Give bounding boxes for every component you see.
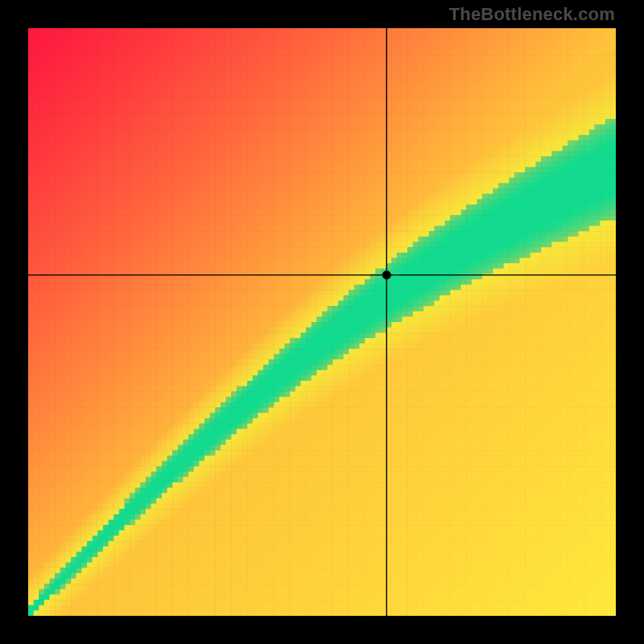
svg-rect-9658	[498, 493, 504, 498]
svg-rect-7256	[594, 375, 600, 381]
svg-rect-11103	[579, 563, 584, 568]
svg-rect-5212	[253, 279, 258, 285]
svg-rect-5772	[306, 306, 312, 312]
svg-rect-5892	[359, 312, 365, 317]
svg-rect-9372	[146, 482, 151, 488]
svg-rect-11142	[199, 568, 204, 573]
svg-rect-7292	[199, 381, 204, 386]
svg-rect-10599	[237, 541, 242, 547]
svg-rect-5018	[391, 269, 397, 275]
svg-rect-431	[568, 44, 573, 50]
svg-rect-8600	[135, 445, 141, 451]
svg-rect-4018	[338, 221, 344, 226]
heatmap-svg	[28, 28, 616, 616]
svg-rect-712	[306, 60, 312, 66]
svg-rect-10150	[188, 520, 194, 526]
svg-rect-1135	[215, 81, 221, 87]
svg-rect-4818	[498, 258, 504, 263]
svg-rect-2638	[605, 151, 611, 157]
svg-rect-7053	[97, 370, 103, 376]
svg-rect-8695	[55, 450, 60, 456]
svg-rect-7534	[316, 391, 322, 397]
svg-rect-6804	[530, 354, 536, 360]
svg-rect-5524	[156, 295, 162, 301]
svg-rect-310	[509, 39, 514, 44]
svg-rect-9287	[279, 477, 285, 482]
svg-rect-7202	[306, 375, 312, 381]
svg-rect-496	[328, 50, 333, 56]
svg-rect-8231	[514, 423, 520, 429]
svg-rect-8204	[370, 423, 376, 429]
svg-rect-8637	[332, 445, 338, 451]
svg-rect-11603	[312, 589, 317, 595]
svg-rect-10121	[34, 520, 39, 526]
svg-rect-3742	[39, 210, 44, 216]
svg-rect-2488	[391, 146, 397, 151]
svg-rect-3867	[119, 215, 125, 221]
svg-rect-10544	[530, 535, 536, 541]
svg-rect-156	[274, 34, 279, 39]
svg-rect-5285	[55, 285, 60, 291]
svg-rect-9330	[509, 477, 514, 482]
svg-rect-526	[488, 50, 493, 56]
svg-rect-5857	[172, 312, 178, 317]
svg-rect-11513	[418, 584, 423, 589]
svg-rect-9151	[140, 472, 146, 477]
svg-rect-11295	[429, 573, 435, 579]
svg-rect-7901	[514, 407, 520, 413]
svg-rect-10100	[509, 514, 514, 520]
svg-rect-7627	[226, 397, 232, 402]
svg-rect-8693	[44, 450, 50, 456]
svg-rect-10983	[525, 557, 530, 563]
svg-rect-1579	[237, 103, 242, 109]
svg-rect-6431	[300, 338, 306, 344]
svg-rect-4865	[162, 263, 167, 269]
svg-rect-7195	[269, 375, 275, 381]
svg-rect-3208	[124, 183, 130, 188]
svg-rect-8818	[124, 456, 130, 461]
svg-rect-2382	[413, 140, 419, 146]
svg-rect-2256	[328, 135, 333, 141]
svg-rect-6467	[493, 338, 498, 344]
svg-rect-5036	[488, 269, 493, 275]
svg-rect-7963	[258, 413, 263, 419]
svg-rect-9214	[477, 472, 482, 477]
svg-rect-413	[472, 44, 477, 50]
svg-rect-8434	[423, 434, 429, 440]
svg-rect-396	[381, 44, 386, 50]
svg-rect-11373	[258, 579, 263, 584]
svg-rect-9552	[520, 488, 526, 493]
svg-rect-8488	[124, 440, 130, 445]
svg-rect-499	[344, 50, 349, 56]
svg-rect-9960	[349, 509, 354, 514]
svg-rect-7276	[114, 381, 119, 386]
svg-rect-8718	[178, 450, 184, 456]
svg-rect-9636	[381, 493, 386, 498]
svg-rect-7370	[28, 386, 34, 392]
svg-rect-11215	[589, 568, 595, 573]
svg-rect-1917	[279, 119, 285, 125]
svg-rect-11844	[423, 600, 429, 605]
svg-rect-519	[450, 50, 456, 56]
svg-rect-842	[413, 65, 419, 71]
svg-rect-6794	[477, 354, 482, 360]
svg-rect-1765	[55, 114, 60, 119]
svg-rect-10064	[316, 514, 322, 520]
svg-rect-9929	[183, 509, 188, 514]
svg-rect-10735	[375, 547, 381, 552]
svg-rect-2273	[418, 135, 423, 141]
svg-rect-10907	[119, 557, 125, 563]
svg-rect-2522	[573, 146, 579, 151]
svg-rect-4918	[445, 263, 451, 269]
svg-rect-5323	[258, 285, 263, 291]
svg-rect-6374	[584, 332, 589, 338]
svg-rect-11097	[547, 563, 552, 568]
svg-rect-1475	[269, 97, 275, 103]
svg-rect-1830	[402, 114, 408, 119]
svg-rect-11545	[589, 584, 595, 589]
svg-rect-9969	[397, 509, 402, 514]
svg-rect-7069	[183, 370, 188, 376]
svg-rect-10752	[466, 547, 472, 552]
svg-rect-8084	[316, 418, 322, 423]
svg-rect-10303	[418, 525, 423, 530]
